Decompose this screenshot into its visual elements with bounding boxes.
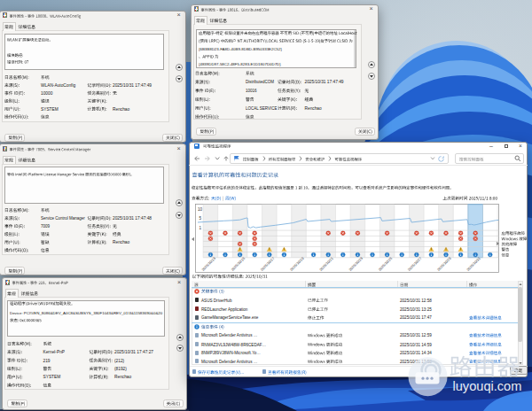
svg-text:luyouqi.com: luyouqi.com <box>453 379 522 393</box>
